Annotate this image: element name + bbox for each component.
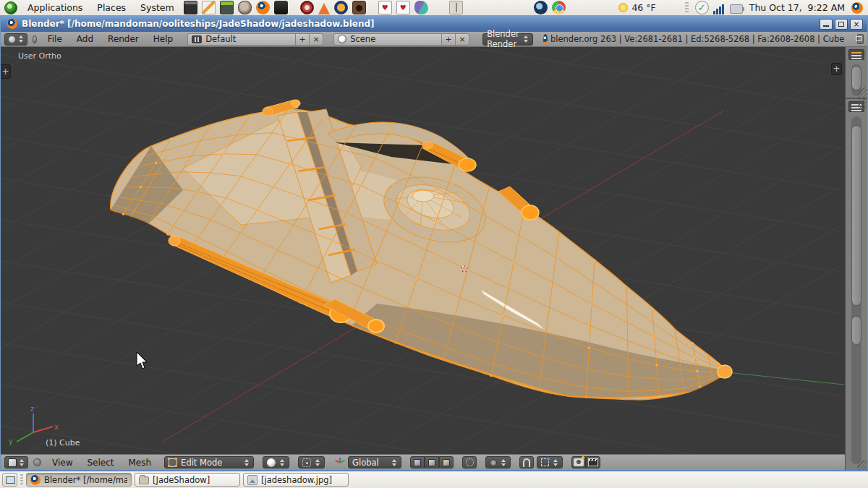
pidgin-icon[interactable] [414,1,428,14]
inkscape-icon[interactable] [274,1,288,14]
clock[interactable]: Thu Oct 17, 9:22 AM [749,2,845,13]
outliner-panel[interactable] [846,47,867,99]
chevron-updown-icon [553,459,558,466]
blender-icon [7,19,17,29]
task-button-folder[interactable]: [JadeShadow] [135,473,240,487]
render-engine-selector[interactable]: Blender Render [482,33,533,46]
maximize-button[interactable] [835,19,848,30]
orientation-value: Global [352,458,388,468]
file-manager-icon[interactable] [449,1,463,14]
chevron-updown-icon [523,35,529,43]
header-collapse-button[interactable] [33,35,37,43]
add-scene-button[interactable]: + [442,33,456,46]
solitaire-icon[interactable]: ♥ [378,1,392,14]
render-engine-value: Blender Render [487,29,519,49]
menu-applications[interactable]: Applications [20,0,90,15]
editor-type-selector[interactable] [4,456,28,468]
orientation-selector[interactable]: Global [348,456,401,468]
toolshelf-expand-button[interactable]: + [1,64,11,79]
calculator-icon[interactable] [220,1,234,14]
weather-sun-icon[interactable] [618,3,628,12]
menu-add[interactable]: Add [71,34,99,44]
window-titlebar[interactable]: Blender* [/home/mandoman/ooliteships/Jad… [1,16,867,32]
scene-selector[interactable]: Scene [333,33,442,46]
menu-render[interactable]: Render [102,34,145,44]
show-desktop-button[interactable] [2,473,17,487]
scrollbar-thumb[interactable] [851,66,861,90]
minimize-button[interactable] [820,19,833,30]
pivot-point-selector[interactable] [298,456,325,468]
viewport-shading-selector[interactable] [263,456,289,468]
axis-x-label: x [54,423,59,431]
viewport-canvas[interactable]: x y z [1,47,844,454]
cards-icon[interactable]: ♥ [396,1,410,14]
clapperboard-icon [588,458,598,466]
chevron-updown-icon [391,459,397,466]
outliner-icon[interactable] [848,49,864,60]
manipulator-scale-button[interactable] [439,456,454,468]
menu-places[interactable]: Places [90,0,133,15]
menu-help[interactable]: Help [148,34,179,44]
taskbar-handle[interactable] [20,474,23,485]
scrollbar-thumb[interactable] [851,316,861,345]
opengl-render-button[interactable] [571,456,586,468]
tray-handle[interactable] [685,2,689,14]
chevron-updown-icon [315,459,320,466]
text-editor-icon[interactable] [202,1,216,14]
chrome-icon[interactable] [552,1,566,14]
task-button-blender[interactable]: Blender* [/home/man... [26,473,132,487]
snap-element-selector[interactable] [537,456,563,468]
network-signal-icon[interactable] [713,1,726,14]
3d-viewport[interactable]: x y z User Ortho (1) Cube + + [1,47,845,454]
resize-grip[interactable] [857,87,867,98]
blender-window: Blender* [/home/mandoman/ooliteships/Jad… [0,16,868,471]
screen-layout-value: Default [205,34,236,44]
scrollbar-thumb[interactable] [851,125,861,306]
manipulator-translate-button[interactable] [410,456,425,468]
delete-scene-button[interactable]: × [456,33,469,46]
distro-menu-icon[interactable] [4,1,17,14]
sound-recorder-icon[interactable] [300,1,314,14]
screen-layout-selector[interactable]: Default [187,33,296,46]
manipulator-rotate-button[interactable] [425,456,439,468]
delete-layout-button[interactable]: × [310,33,323,46]
blender-logo [543,34,548,45]
view3d-header: View Select Mesh Edit Mode [1,454,845,470]
gimp-icon[interactable] [238,1,252,14]
editor-type-selector[interactable] [4,33,27,46]
volume-mixer-icon[interactable] [352,1,366,14]
occlude-geometry-button[interactable] [462,456,477,468]
blender-tray-icon[interactable] [851,2,863,14]
resize-grip[interactable] [857,460,867,470]
menu-view[interactable]: View [46,458,78,468]
vlc-icon[interactable] [318,3,330,14]
header-collapse-button[interactable] [33,458,41,466]
blender-icon[interactable] [256,1,270,14]
opengl-animation-button[interactable] [586,456,600,468]
chevron-updown-icon [18,35,24,43]
add-layout-button[interactable]: + [296,33,310,46]
task-label: [jadeshadow.jpg] [261,475,332,485]
audacity-icon[interactable] [334,1,348,14]
manipulator-axes-icon[interactable] [335,458,345,468]
properties-expand-button[interactable]: + [831,63,842,75]
snap-toggle-button[interactable] [519,456,534,468]
mode-selector[interactable]: Edit Mode [164,456,254,468]
terminal-icon[interactable] [184,1,197,14]
weather-label: 46 °F [631,2,655,13]
window-duplicate-icon[interactable] [857,34,864,44]
menu-system[interactable]: System [133,0,182,15]
menu-select[interactable]: Select [81,458,119,468]
magnet-icon [523,458,530,467]
close-button[interactable]: × [850,19,863,30]
proportional-edit-selector[interactable] [485,456,511,468]
thunderbird-icon[interactable] [534,1,548,14]
properties-panel[interactable] [846,99,867,470]
task-button-image[interactable]: [jadeshadow.jpg] [243,473,349,487]
menu-file[interactable]: File [42,34,68,44]
security-shield-icon[interactable]: ✓ [695,1,709,14]
battery-icon[interactable] [730,4,743,14]
edit-mode-icon [169,458,177,467]
resize-grip[interactable] [857,99,867,109]
menu-mesh[interactable]: Mesh [123,458,158,468]
